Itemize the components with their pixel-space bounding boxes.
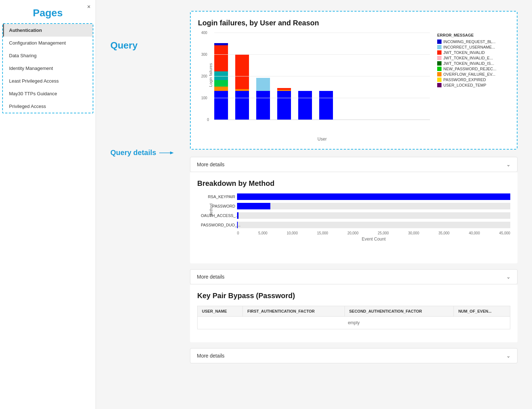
key-pair-title: Key Pair Bypass (Password) <box>197 292 510 300</box>
col-second-auth: SECOND_AUTHENTICATION_FACTOR <box>345 306 454 317</box>
empty-row: empty <box>198 317 510 329</box>
key-pair-table: USER_NAME FIRST_AUTHENTICATION_FACTOR SE… <box>197 306 510 329</box>
sidebar-title: Pages <box>0 7 96 19</box>
more-details-2-label: More details <box>197 274 224 280</box>
breakdown-title: Breakdown by Method <box>197 179 510 188</box>
main-wrapper: Query Query details Login failures, by U… <box>110 11 518 363</box>
svg-marker-1 <box>170 151 174 154</box>
key-pair-section: Key Pair Bypass (Password) USER_NAME FIR… <box>190 284 518 342</box>
login-failures-title: Login failures, by User and Reason <box>198 19 510 27</box>
more-details-3[interactable]: More details ⌄ <box>190 348 518 363</box>
legend-item-4: JWT_TOKEN_INVALID_E... <box>437 56 510 60</box>
table-container: USER_NAME FIRST_AUTHENTICATION_FACTOR SE… <box>197 306 510 329</box>
table-body: empty <box>198 317 510 329</box>
header-row: USER_NAME FIRST_AUTHENTICATION_FACTOR SE… <box>198 306 510 317</box>
legend-color-9 <box>437 83 442 87</box>
login-failures-section: Login failures, by User and Reason Login… <box>190 11 518 150</box>
h-bar-row-3: OAUTH_ACCESS_... <box>237 212 510 219</box>
legend-item-9: USER_LOCKED_TEMP <box>437 83 510 87</box>
more-details-2[interactable]: More details ⌄ <box>190 269 518 284</box>
chevron-down-icon-1: ⌄ <box>506 162 511 167</box>
chevron-down-icon-3: ⌄ <box>506 353 511 359</box>
col-num-events: NUM_OF_EVEN... <box>454 306 510 317</box>
arrow-icon <box>159 151 174 155</box>
legend-item-2: INCORRECT_USERNAME... <box>437 45 510 49</box>
h-bars: RSA_KEYPAIR PASSWORD OAUTH_A <box>237 193 510 228</box>
h-chart-wrapper: Method RSA_KEYPAIR PASSWORD <box>197 193 510 256</box>
legend-color-7 <box>437 72 442 76</box>
table-header: USER_NAME FIRST_AUTHENTICATION_FACTOR SE… <box>198 306 510 317</box>
col-first-auth: FIRST_AUTHENTICATION_FACTOR <box>243 306 345 317</box>
x-axis-title: User <box>214 137 430 142</box>
sidebar-item-privileged-access[interactable]: Privileged Access <box>3 100 93 113</box>
chart-plot: 100 200 300 400 <box>214 33 430 120</box>
close-icon[interactable]: × <box>87 4 90 10</box>
legend-item-1: INCOMING_REQUEST_BL... <box>437 39 510 44</box>
query-label: Query <box>110 40 138 51</box>
more-details-3-label: More details <box>197 353 224 359</box>
y-axis-label: Login failures <box>208 63 213 87</box>
legend-item-8: PASSWORD_EXPIRED <box>437 78 510 82</box>
h-bar-fill-2 <box>237 203 270 209</box>
x-axis-label: Event Count <box>237 237 510 242</box>
legend-item-3: JWT_TOKEN_INVALID <box>437 50 510 55</box>
legend-item-7: OVERFLOW_FAILURE_EV... <box>437 72 510 76</box>
more-details-1-label: More details <box>197 162 224 167</box>
chart-legend: ERROR_MESSAGE INCOMING_REQUEST_BL... INC… <box>437 33 510 142</box>
legend-item-6: NEW_PASSWORD_REJEC... <box>437 67 510 71</box>
empty-cell: empty <box>198 317 510 329</box>
h-bar-track-2 <box>237 203 510 209</box>
h-bar-row-2: PASSWORD <box>237 203 510 209</box>
sidebar-item-least-privileged-access[interactable]: Least Privileged Access <box>3 75 93 87</box>
h-bar-fill-1 <box>237 193 510 200</box>
h-bar-track-4 <box>237 222 510 228</box>
sidebar-item-authentication[interactable]: Authentication <box>3 24 93 37</box>
breakdown-section: Breakdown by Method Method RSA_KEYPAIR P… <box>190 172 518 263</box>
more-details-1[interactable]: More details ⌄ <box>190 157 518 172</box>
legend-color-6 <box>437 67 442 71</box>
legend-item-5: JWT_TOKEN_INVALID_IS... <box>437 61 510 66</box>
legend-color-5 <box>437 61 442 66</box>
legend-color-4 <box>437 56 442 60</box>
h-bar-track-1 <box>237 193 510 200</box>
sidebar-item-data-sharing[interactable]: Data Sharing <box>3 49 93 62</box>
sidebar-nav: AuthenticationConfiguration ManagementDa… <box>2 23 93 113</box>
sidebar-item-identity-management[interactable]: Identity Management <box>3 62 93 75</box>
gridlines: 100 200 300 400 <box>214 33 430 120</box>
h-bar-row-4: PASSWORD_DUO_... <box>237 222 510 228</box>
h-bar-row-1: RSA_KEYPAIR <box>237 193 510 200</box>
legend-title: ERROR_MESSAGE <box>437 33 510 37</box>
h-bar-track-3 <box>237 212 510 219</box>
bar-chart-container: Login failures 100 200 <box>198 33 430 142</box>
chevron-down-icon-2: ⌄ <box>506 274 511 280</box>
col-user-name: USER_NAME <box>198 306 243 317</box>
sidebar-item-configuration-management[interactable]: Configuration Management <box>3 37 93 49</box>
sidebar: × Pages AuthenticationConfiguration Mana… <box>0 0 96 409</box>
main-content: Query Query details Login failures, by U… <box>96 0 532 409</box>
bar-chart-inner: Login failures 100 200 <box>198 33 430 142</box>
chart-area: Login failures 100 200 <box>198 33 510 142</box>
legend-color-1 <box>437 39 442 44</box>
legend-color-8 <box>437 78 442 82</box>
legend-color-3 <box>437 50 442 55</box>
sidebar-item-may30-ttps-guidance[interactable]: May30 TTPs Guidance <box>3 87 93 100</box>
query-details-label: Query details <box>110 149 174 157</box>
legend-color-2 <box>437 45 442 49</box>
x-ticks: 0 5,000 10,000 15,000 20,000 25,000 30,0… <box>237 231 510 235</box>
